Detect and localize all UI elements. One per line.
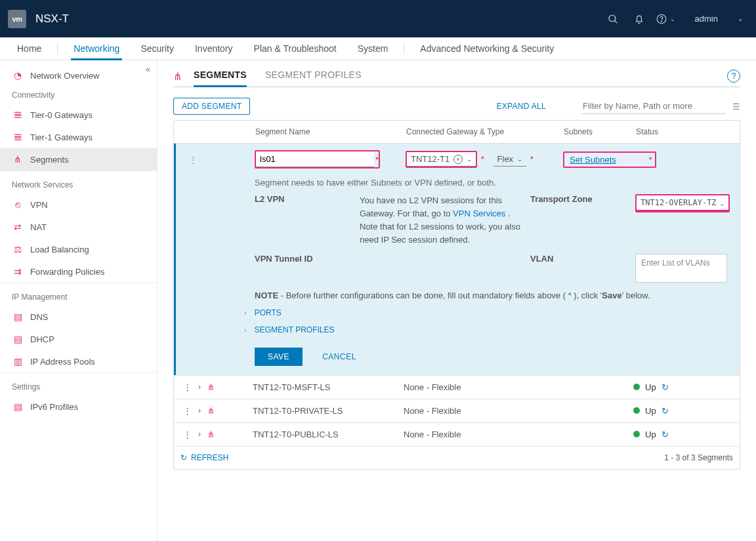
nav-plan[interactable]: Plan & Troubleshoot xyxy=(243,37,347,60)
transport-zone-select[interactable]: TNT12-OVERLAY-TZ ⌄ xyxy=(637,195,728,211)
set-subnets-link[interactable]: Set Subnets xyxy=(564,153,648,167)
row-actions[interactable]: ⋮ xyxy=(176,155,255,165)
tab-segments[interactable]: SEGMENTS xyxy=(194,70,247,83)
search-icon[interactable] xyxy=(602,8,624,30)
l2vpn-label: L2 VPN xyxy=(255,194,360,204)
main-content: ⋔ SEGMENTS SEGMENT PROFILES ? ADD SEGMEN… xyxy=(158,60,756,541)
chevron-right-icon[interactable]: › xyxy=(198,430,201,439)
clear-icon[interactable]: × xyxy=(453,155,463,164)
vlan-input[interactable]: Enter List of VLANs xyxy=(635,254,727,283)
gateway-select[interactable]: TNT12-T1 × ⌄ xyxy=(407,152,476,167)
filter-input[interactable] xyxy=(581,98,726,114)
status-cell: Up ↻ xyxy=(633,430,732,439)
status-cell: Up ↻ xyxy=(633,382,732,392)
sidebar-item-tier1[interactable]: 𝌆Tier-1 Gateways xyxy=(0,126,157,148)
sidebar-item-dns[interactable]: ▤DNS xyxy=(0,306,157,328)
segments-icon: ⋔ xyxy=(207,382,215,392)
table-footer: ↻REFRESH 1 - 3 of 3 Segments xyxy=(174,446,740,469)
sidebar-item-ipv6[interactable]: ▤IPv6 Profiles xyxy=(0,395,157,418)
forward-icon: ⇉ xyxy=(12,266,24,277)
type-select[interactable]: Flex ⌄ xyxy=(494,152,527,167)
chevron-right-icon: › xyxy=(244,326,247,334)
sidebar-group-settings: Settings xyxy=(0,372,157,395)
status-dot-icon xyxy=(633,431,640,437)
vpn-icon: ⎋ xyxy=(12,199,24,210)
add-segment-button[interactable]: ADD SEGMENT xyxy=(173,98,250,115)
sidebar-item-nat[interactable]: ⇄NAT xyxy=(0,216,157,238)
cancel-button[interactable]: CANCEL xyxy=(322,352,356,361)
bell-icon[interactable] xyxy=(628,8,650,30)
chevron-down-icon: ⌄ xyxy=(467,155,472,163)
save-button[interactable]: SAVE xyxy=(255,348,303,366)
nav-networking[interactable]: Networking xyxy=(63,37,130,60)
profiles-expander[interactable]: ›SEGMENT PROFILES xyxy=(244,321,740,338)
toolbar: ADD SEGMENT EXPAND ALL ☰ xyxy=(173,98,740,115)
gateway-cell: None - Flexible xyxy=(404,406,561,416)
sidebar-item-lb[interactable]: ⚖Load Balancing xyxy=(0,238,157,260)
segments-icon: ⋔ xyxy=(207,406,215,416)
sidebar-item-segments[interactable]: ⋔Segments xyxy=(0,148,157,170)
refresh-icon[interactable]: ↻ xyxy=(662,430,669,439)
vmware-logo: vm xyxy=(8,10,26,28)
segment-hint: Segment needs to have either Subnets or … xyxy=(255,178,740,188)
gateway-cell: None - Flexible xyxy=(404,430,561,439)
segment-name-cell: TNT12-T0-PRIVATE-LS xyxy=(253,406,404,416)
vpn-services-link[interactable]: VPN Services xyxy=(453,209,505,218)
top-nav: Home Networking Security Inventory Plan … xyxy=(0,37,756,60)
ip-pool-icon: ▥ xyxy=(12,356,24,367)
page-tabs: ⋔ SEGMENTS SEGMENT PROFILES ? xyxy=(173,70,740,87)
chevron-right-icon[interactable]: › xyxy=(198,406,201,415)
sidebar-item-fwp[interactable]: ⇉Forwarding Policies xyxy=(0,260,157,283)
segments-icon: ⋔ xyxy=(207,430,215,439)
status-dot-icon xyxy=(633,407,640,414)
segments-table: Segment Name Connected Gateway & Type Su… xyxy=(173,120,740,470)
help-icon[interactable]: ⌄ xyxy=(654,8,677,30)
nav-advanced[interactable]: Advanced Networking & Security xyxy=(410,37,564,60)
chevron-down-icon: ⌄ xyxy=(721,199,724,207)
gateway-cell: None - Flexible xyxy=(404,382,561,392)
nav-system[interactable]: System xyxy=(347,37,399,60)
sidebar-item-vpn[interactable]: ⎋VPN xyxy=(0,193,157,216)
refresh-icon[interactable]: ↻ xyxy=(662,406,669,416)
segment-name-cell: TNT12-T0-MSFT-LS xyxy=(253,382,404,392)
nav-security[interactable]: Security xyxy=(130,37,184,60)
sidebar-item-dhcp[interactable]: ▤DHCP xyxy=(0,328,157,350)
ports-expander[interactable]: ›PORTS xyxy=(244,304,740,321)
tab-segment-profiles[interactable]: SEGMENT PROFILES xyxy=(265,70,362,83)
table-row[interactable]: ⋮ › ⋔ TNT12-T0-PUBLIC-LS None - Flexible… xyxy=(174,422,740,446)
chevron-right-icon[interactable]: › xyxy=(198,382,201,391)
segment-name-input[interactable] xyxy=(256,151,374,167)
row-menu-icon[interactable]: ⋮ xyxy=(183,382,192,392)
refresh-button[interactable]: ↻REFRESH xyxy=(180,453,228,462)
required-mark: * xyxy=(481,154,484,164)
app-header: vm NSX-T ⌄ admin ⌄ xyxy=(0,0,756,37)
row-menu-icon[interactable]: ⋮ xyxy=(183,406,192,416)
table-header: Segment Name Connected Gateway & Type Su… xyxy=(174,121,740,144)
vpn-tunnel-label: VPN Tunnel ID xyxy=(255,254,360,264)
nav-inventory[interactable]: Inventory xyxy=(184,37,243,60)
expand-all-link[interactable]: EXPAND ALL xyxy=(497,102,546,111)
required-mark: * xyxy=(649,155,652,165)
user-menu[interactable]: admin ⌄ xyxy=(695,14,743,24)
status-dot-icon xyxy=(633,384,640,390)
sidebar-item-tier0[interactable]: 𝌆Tier-0 Gateways xyxy=(0,104,157,126)
table-row[interactable]: ⋮ › ⋔ TNT12-T0-PRIVATE-LS None - Flexibl… xyxy=(174,399,740,422)
sidebar-item-overview[interactable]: ◔ Network Overview xyxy=(0,64,157,87)
refresh-icon: ↻ xyxy=(180,453,187,462)
col-gateway: Connected Gateway & Type xyxy=(404,127,561,136)
collapse-sidebar-icon[interactable]: « xyxy=(146,64,150,74)
col-segment-name: Segment Name xyxy=(253,127,404,136)
sidebar-group-connectivity: Connectivity xyxy=(0,87,157,104)
transport-zone-label: Transport Zone xyxy=(530,194,635,204)
filter-icon[interactable]: ☰ xyxy=(732,102,740,111)
help-icon[interactable]: ? xyxy=(727,70,740,83)
sidebar-group-network-services: Network Services xyxy=(0,170,157,193)
table-row[interactable]: ⋮ › ⋔ TNT12-T0-MSFT-LS None - Flexible U… xyxy=(174,375,740,399)
dhcp-icon: ▤ xyxy=(12,334,24,344)
row-menu-icon[interactable]: ⋮ xyxy=(183,430,192,439)
nav-home[interactable]: Home xyxy=(7,37,52,60)
col-status: Status xyxy=(633,127,732,136)
product-name: NSX-T xyxy=(35,12,69,26)
refresh-icon[interactable]: ↻ xyxy=(662,382,669,392)
sidebar-item-ippools[interactable]: ▥IP Address Pools xyxy=(0,350,157,372)
